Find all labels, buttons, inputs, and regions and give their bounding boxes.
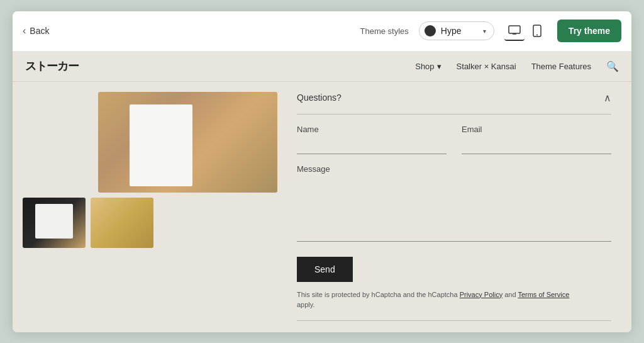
product-main-image (98, 92, 277, 193)
name-input[interactable] (297, 139, 447, 154)
email-input[interactable] (462, 139, 611, 154)
store-nav: ストーカー Shop ▾ Stalker × Kansai Theme Feat… (13, 52, 631, 82)
message-field-group: Message (297, 164, 611, 244)
nav-shop[interactable]: Shop ▾ (415, 62, 441, 71)
mobile-icon[interactable] (527, 21, 547, 41)
main-content: ストーカー Shop ▾ Stalker × Kansai Theme Feat… (13, 52, 631, 332)
back-arrow-icon: ‹ (23, 25, 26, 37)
captcha-notice: This site is protected by hCaptcha and t… (297, 290, 611, 310)
shop-chevron-icon: ▾ (437, 62, 441, 71)
svg-point-4 (536, 35, 538, 36)
style-color-dot (425, 25, 436, 37)
nav-stalker[interactable]: Stalker × Kansai (457, 62, 516, 71)
back-label: Back (30, 26, 49, 36)
name-field-group: Name (297, 125, 447, 154)
email-label: Email (462, 125, 611, 134)
product-thumbnails (23, 198, 267, 248)
theme-style-select[interactable]: Hype ▾ (419, 21, 494, 40)
nav-theme-features[interactable]: Theme Features (531, 62, 591, 71)
store-body: Questions? ∧ Name Email (13, 82, 631, 332)
terms-link[interactable]: Terms of Service (518, 291, 569, 298)
email-field-group: Email (462, 125, 611, 154)
product-images (13, 82, 277, 332)
theme-styles-label: Theme styles (360, 26, 409, 36)
bottom-separator (297, 320, 611, 321)
store-nav-items: Shop ▾ Stalker × Kansai Theme Features 🔍 (415, 60, 619, 72)
back-button[interactable]: ‹ Back (23, 25, 49, 37)
store-logo: ストーカー (25, 59, 79, 74)
svg-rect-0 (509, 26, 520, 33)
form-name-email-row: Name Email (297, 125, 611, 154)
questions-header: Questions? ∧ (297, 82, 611, 115)
send-button[interactable]: Send (297, 257, 353, 282)
device-toggle (504, 21, 547, 41)
search-icon[interactable]: 🔍 (606, 60, 619, 72)
message-textarea[interactable] (297, 179, 611, 242)
chevron-down-icon: ▾ (483, 28, 486, 35)
questions-title: Questions? (297, 93, 341, 103)
product-thumb-1[interactable] (23, 198, 86, 248)
captcha-and-text: and (504, 291, 516, 298)
try-theme-button[interactable]: Try theme (557, 20, 621, 42)
collapse-icon[interactable]: ∧ (604, 92, 611, 104)
style-name: Hype (441, 26, 478, 36)
product-thumb-2[interactable] (91, 198, 153, 248)
name-label: Name (297, 125, 447, 134)
privacy-policy-link[interactable]: Privacy Policy (460, 291, 502, 298)
store-preview: ストーカー Shop ▾ Stalker × Kansai Theme Feat… (13, 52, 631, 332)
desktop-icon[interactable] (504, 21, 525, 41)
captcha-apply-text: apply. (297, 301, 315, 308)
contact-section: Questions? ∧ Name Email (277, 82, 631, 332)
message-label: Message (297, 164, 611, 174)
captcha-text-start: This site is protected by hCaptcha and t… (297, 291, 458, 298)
toolbar: ‹ Back Theme styles Hype ▾ (13, 11, 631, 52)
